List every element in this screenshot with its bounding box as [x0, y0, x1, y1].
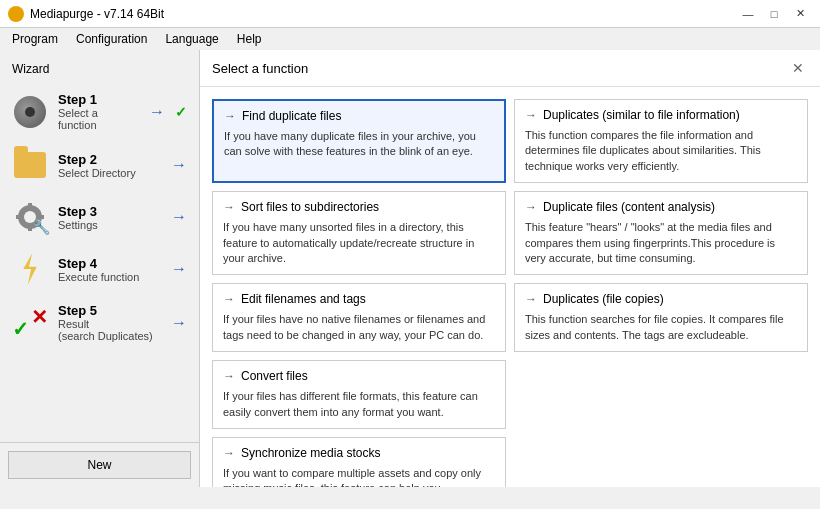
sort-subdirectories-title: → Sort files to subdirectories: [223, 200, 495, 214]
content-header: Select a function ✕: [200, 50, 820, 87]
step3-num: Step 3: [58, 204, 161, 219]
content-close-icon[interactable]: ✕: [788, 58, 808, 78]
arrow-icon-3: →: [223, 200, 235, 214]
svg-rect-4: [16, 215, 22, 219]
step5-desc: Result(search Duplicates): [58, 318, 161, 342]
svg-rect-2: [28, 203, 32, 209]
function-card-synchronize-media[interactable]: → Synchronize media stocks If you want t…: [212, 437, 506, 487]
function-card-convert-files[interactable]: → Convert files If your files has differ…: [212, 360, 506, 429]
checkmark-icon: ✓: [12, 317, 29, 341]
sidebar-item-step4[interactable]: Step 4 Execute function →: [0, 243, 199, 295]
folder-icon: [14, 152, 46, 178]
arrow-icon-6: →: [525, 292, 537, 306]
menu-bar: Program Configuration Language Help: [0, 28, 820, 50]
close-button[interactable]: ✕: [788, 4, 812, 24]
step1-text: Step 1 Select a function: [58, 92, 139, 131]
duplicates-similar-title: → Duplicates (similar to file informatio…: [525, 108, 797, 122]
arrow-icon-7: →: [223, 369, 235, 383]
duplicates-content-desc: This feature "hears" / "looks" at the me…: [525, 220, 797, 266]
lightning-icon: [14, 251, 46, 287]
function-grid: → Find duplicate files If you have many …: [200, 87, 820, 487]
step4-arrow: →: [171, 260, 187, 278]
menu-help[interactable]: Help: [229, 30, 270, 48]
step2-icon: [12, 147, 48, 183]
arrow-icon-5: →: [223, 292, 235, 306]
convert-files-title: → Convert files: [223, 369, 495, 383]
step4-icon: [12, 251, 48, 287]
content-area: Select a function ✕ → Find duplicate fil…: [200, 50, 820, 487]
content-title: Select a function: [212, 61, 308, 76]
sidebar: Wizard Step 1 Select a function → ✓ Step…: [0, 50, 200, 487]
step1-arrow: →: [149, 103, 165, 121]
step5-icon: ✓ ✕: [12, 305, 48, 341]
title-bar-left: Mediapurge - v7.14 64Bit: [8, 6, 164, 22]
arrow-icon-4: →: [525, 200, 537, 214]
app-icon: [8, 6, 24, 22]
sidebar-item-step2[interactable]: Step 2 Select Directory →: [0, 139, 199, 191]
title-bar-controls: — □ ✕: [736, 4, 812, 24]
sidebar-bottom: New: [0, 442, 199, 487]
function-card-find-duplicates[interactable]: → Find duplicate files If you have many …: [212, 99, 506, 183]
duplicates-copies-desc: This function searches for file copies. …: [525, 312, 797, 343]
new-button[interactable]: New: [8, 451, 191, 479]
step2-arrow: →: [171, 156, 187, 174]
sort-subdirectories-desc: If you have many unsorted files in a dir…: [223, 220, 495, 266]
step1-check: ✓: [175, 104, 187, 120]
function-card-duplicates-content[interactable]: → Duplicate files (content analysis) Thi…: [514, 191, 808, 275]
menu-configuration[interactable]: Configuration: [68, 30, 155, 48]
wizard-label: Wizard: [0, 58, 199, 84]
title-bar: Mediapurge - v7.14 64Bit — □ ✕: [0, 0, 820, 28]
step4-num: Step 4: [58, 256, 161, 271]
step3-arrow: →: [171, 208, 187, 226]
gear-icon: 🔧: [14, 201, 46, 233]
maximize-button[interactable]: □: [762, 4, 786, 24]
menu-program[interactable]: Program: [4, 30, 66, 48]
function-card-edit-filenames[interactable]: → Edit filenames and tags If your files …: [212, 283, 506, 352]
xmark-icon: ✕: [31, 305, 48, 329]
duplicates-copies-title: → Duplicates (file copies): [525, 292, 797, 306]
minimize-button[interactable]: —: [736, 4, 760, 24]
step4-text: Step 4 Execute function: [58, 256, 161, 283]
synchronize-media-desc: If you want to compare multiple assets a…: [223, 466, 495, 487]
edit-filenames-desc: If your files have no native filenames o…: [223, 312, 495, 343]
step5-num: Step 5: [58, 303, 161, 318]
step1-icon: [12, 94, 48, 130]
edit-filenames-title: → Edit filenames and tags: [223, 292, 495, 306]
sidebar-item-step1[interactable]: Step 1 Select a function → ✓: [0, 84, 199, 139]
arrow-icon: →: [224, 109, 236, 123]
step5-arrow: →: [171, 314, 187, 332]
step4-desc: Execute function: [58, 271, 161, 283]
svg-rect-3: [28, 225, 32, 231]
function-card-duplicates-similar[interactable]: → Duplicates (similar to file informatio…: [514, 99, 808, 183]
main-container: Wizard Step 1 Select a function → ✓ Step…: [0, 50, 820, 487]
step1-num: Step 1: [58, 92, 139, 107]
synchronize-media-title: → Synchronize media stocks: [223, 446, 495, 460]
step3-text: Step 3 Settings: [58, 204, 161, 231]
menu-language[interactable]: Language: [157, 30, 226, 48]
app-title: Mediapurge - v7.14 64Bit: [30, 7, 164, 21]
svg-marker-6: [23, 253, 37, 285]
sidebar-item-step3[interactable]: 🔧 Step 3 Settings →: [0, 191, 199, 243]
duplicates-content-title: → Duplicate files (content analysis): [525, 200, 797, 214]
step3-icon: 🔧: [12, 199, 48, 235]
find-duplicates-desc: If you have many duplicate files in your…: [224, 129, 494, 160]
step2-num: Step 2: [58, 152, 161, 167]
arrow-icon-2: →: [525, 108, 537, 122]
find-duplicates-title: → Find duplicate files: [224, 109, 494, 123]
step5-text: Step 5 Result(search Duplicates): [58, 303, 161, 342]
function-card-duplicates-copies[interactable]: → Duplicates (file copies) This function…: [514, 283, 808, 352]
function-card-sort-subdirectories[interactable]: → Sort files to subdirectories If you ha…: [212, 191, 506, 275]
step2-desc: Select Directory: [58, 167, 161, 179]
convert-files-desc: If your files has different file formats…: [223, 389, 495, 420]
step1-desc: Select a function: [58, 107, 139, 131]
disc-icon: [14, 96, 46, 128]
sidebar-item-step5[interactable]: ✓ ✕ Step 5 Result(search Duplicates) →: [0, 295, 199, 350]
step2-text: Step 2 Select Directory: [58, 152, 161, 179]
duplicates-similar-desc: This function compares the file informat…: [525, 128, 797, 174]
step3-desc: Settings: [58, 219, 161, 231]
arrow-icon-8: →: [223, 446, 235, 460]
